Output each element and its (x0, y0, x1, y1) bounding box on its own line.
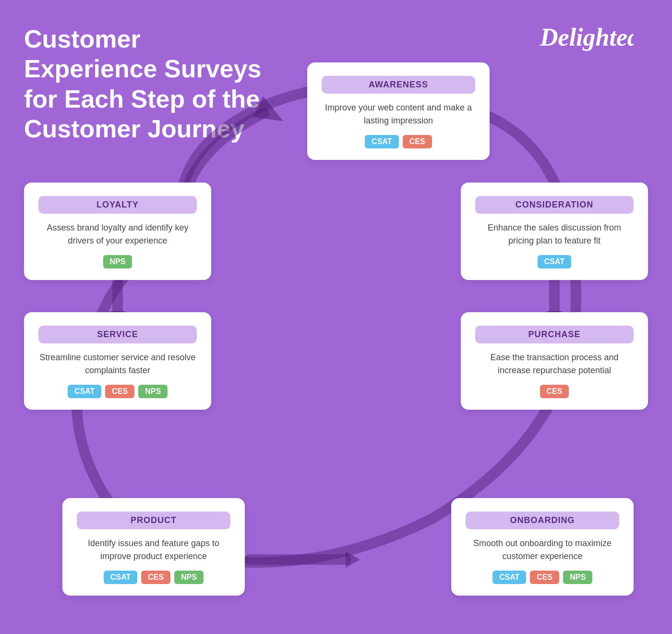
card-loyalty: LOYALTY Assess brand loyalty and identif… (24, 183, 211, 280)
onboarding-title: ONBOARDING (510, 515, 575, 525)
badge-ces: CES (105, 385, 134, 398)
service-header: SERVICE (38, 326, 197, 343)
card-awareness: AWARENESS Improve your web content and m… (307, 62, 490, 160)
svg-marker-3 (346, 551, 360, 568)
svg-text:Delighted: Delighted (540, 24, 634, 51)
card-onboarding: ONBOARDING Smooth out onboarding to maxi… (451, 498, 634, 596)
badge-nps: NPS (103, 255, 132, 268)
purchase-body: Ease the transaction process and increas… (475, 351, 634, 377)
purchase-title: PURCHASE (528, 329, 580, 339)
badge-csat: CSAT (104, 571, 137, 584)
badge-ces: CES (403, 135, 432, 148)
service-title: SERVICE (97, 329, 138, 339)
badge-ces: CES (141, 571, 170, 584)
awareness-badges: CSAT CES (322, 135, 475, 148)
purchase-badges: CES (475, 385, 634, 398)
card-service: SERVICE Streamline customer service and … (24, 312, 211, 410)
awareness-title: AWARENESS (369, 80, 428, 89)
onboarding-header: ONBOARDING (466, 512, 619, 529)
awareness-body: Improve your web content and make a last… (322, 101, 475, 127)
service-body: Streamline customer service and resolve … (38, 351, 197, 377)
product-body: Identify issues and feature gaps to impr… (77, 537, 230, 563)
loyalty-badges: NPS (38, 255, 197, 268)
consideration-title: CONSIDERATION (516, 200, 594, 209)
purchase-header: PURCHASE (475, 326, 634, 343)
badge-ces: CES (540, 385, 569, 398)
consideration-badges: CSAT (475, 255, 634, 268)
badge-csat: CSAT (365, 135, 398, 148)
card-product: PRODUCT Identify issues and feature gaps… (62, 498, 245, 596)
main-container: Customer Experience Surveys for Each Ste… (0, 0, 672, 634)
badge-nps: NPS (563, 571, 592, 584)
badge-nps: NPS (138, 385, 168, 398)
page-title: Customer Experience Surveys for Each Ste… (24, 24, 274, 144)
loyalty-body: Assess brand loyalty and identify key dr… (38, 221, 197, 247)
badge-csat: CSAT (68, 385, 101, 398)
card-consideration: CONSIDERATION Enhance the sales discussi… (461, 183, 648, 280)
service-badges: CSAT CES NPS (38, 385, 197, 398)
product-badges: CSAT CES NPS (77, 571, 230, 584)
badge-csat: CSAT (538, 255, 571, 268)
logo: Delighted (538, 19, 634, 59)
product-header: PRODUCT (77, 512, 230, 529)
badge-ces: CES (530, 571, 559, 584)
badge-nps: NPS (174, 571, 204, 584)
consideration-header: CONSIDERATION (475, 196, 634, 214)
product-title: PRODUCT (131, 515, 177, 525)
awareness-header: AWARENESS (322, 76, 475, 94)
onboarding-badges: CSAT CES NPS (466, 571, 619, 584)
consideration-body: Enhance the sales discussion from pricin… (475, 221, 634, 247)
loyalty-header: LOYALTY (38, 196, 197, 214)
badge-csat: CSAT (492, 571, 526, 584)
onboarding-body: Smooth out onboarding to maximize custom… (466, 537, 619, 563)
loyalty-title: LOYALTY (96, 200, 139, 209)
card-purchase: PURCHASE Ease the transaction process an… (461, 312, 648, 410)
